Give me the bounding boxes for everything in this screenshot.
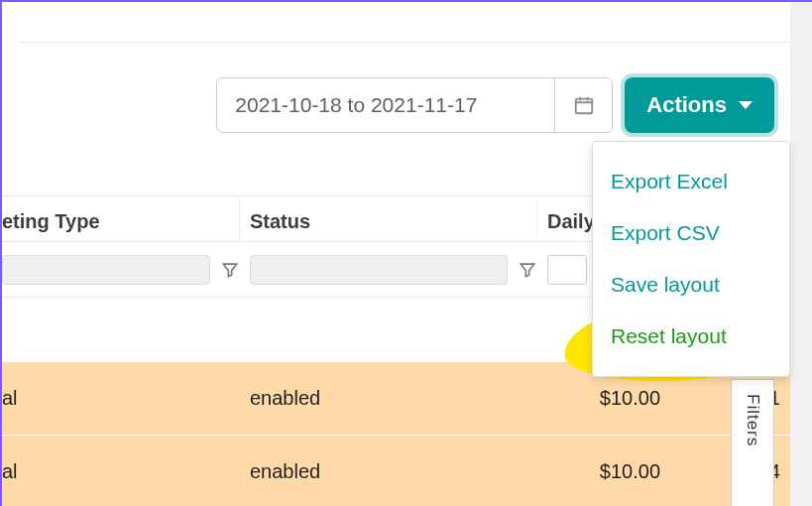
filter-icon[interactable] [518,260,537,280]
column-header-targeting-type[interactable]: eting Type [2,196,240,241]
menu-item-export-excel[interactable]: Export Excel [593,156,789,207]
filter-icon[interactable] [220,260,240,280]
cell-daily: $10.00 [537,387,666,410]
cell-daily: $10.00 [537,460,666,483]
filter-input-daily[interactable] [547,255,587,285]
filters-side-tab[interactable]: Filters [731,379,774,506]
date-range-input[interactable] [217,78,554,132]
menu-item-reset-layout[interactable]: Reset layout [593,311,789,362]
column-header-status[interactable]: Status [240,196,537,241]
menu-item-export-csv[interactable]: Export CSV [593,207,789,259]
cell-status: enabled [240,387,537,410]
filter-input-status[interactable] [250,255,508,285]
table-row[interactable]: al enabled $10.00 $14 [2,435,790,506]
cell-targeting-type: al [2,387,240,410]
actions-label: Actions [646,92,727,118]
cell-targeting-type: al [2,460,240,483]
divider [20,42,790,43]
filter-input-targeting-type[interactable] [2,255,210,285]
actions-button[interactable]: Actions [625,77,774,133]
calendar-icon[interactable] [554,78,612,132]
chevron-down-icon [739,101,753,109]
filters-tab-label: Filters [743,394,762,446]
cell-status: enabled [240,460,537,483]
table-body: al enabled $10.00 $1 al enabled $10.00 $… [2,361,790,506]
toolbar: Actions [216,77,774,133]
menu-item-save-layout[interactable]: Save layout [593,259,789,311]
actions-menu: Export Excel Export CSV Save layout Rese… [592,141,790,377]
vertical-scrollbar[interactable] [790,2,812,506]
svg-rect-0 [576,99,593,114]
date-range-picker[interactable] [216,77,613,133]
